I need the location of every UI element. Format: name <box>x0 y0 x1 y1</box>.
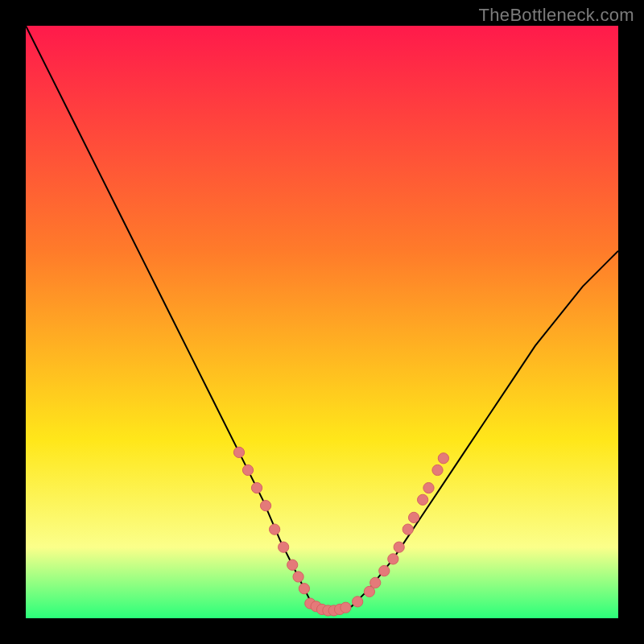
left-dot-1 <box>233 447 244 457</box>
left-dot-9 <box>299 584 309 594</box>
bottom-dot-7 <box>341 602 351 613</box>
gradient-background <box>26 26 618 618</box>
left-dot-3 <box>251 482 262 493</box>
left-dot-2 <box>242 464 253 475</box>
bottom-dot-8 <box>353 597 363 607</box>
right-dot-6 <box>408 512 419 522</box>
right-dot-7 <box>418 494 428 505</box>
left-dot-8 <box>293 572 303 582</box>
right-dot-2 <box>379 566 390 576</box>
right-dot-8 <box>423 482 434 493</box>
chart-frame: TheBottleneck.com <box>0 0 644 644</box>
right-dot-10 <box>438 453 448 464</box>
right-dot-3 <box>388 554 398 564</box>
right-dot-5 <box>402 524 413 535</box>
left-dot-4 <box>260 501 270 511</box>
attribution-text: TheBottleneck.com <box>479 5 634 26</box>
right-dot-1 <box>370 577 381 588</box>
left-dot-6 <box>279 542 289 552</box>
right-dot-4 <box>394 542 404 552</box>
plot-area <box>26 26 618 618</box>
left-dot-7 <box>287 559 298 570</box>
left-dot-5 <box>270 524 280 535</box>
chart-svg <box>26 26 618 618</box>
right-dot-9 <box>432 464 443 475</box>
